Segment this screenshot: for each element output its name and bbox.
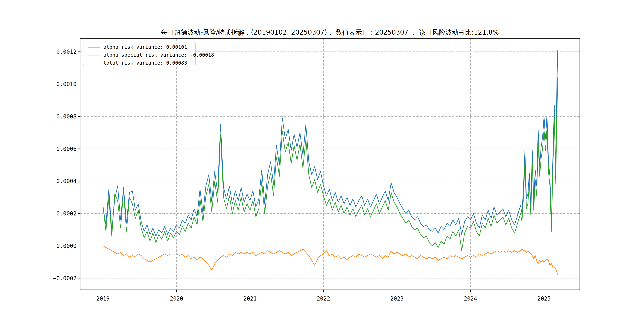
x-tick-label: 2024: [464, 295, 477, 302]
series-line-total_risk_variance: [103, 78, 558, 251]
x-tick-label: 2019: [96, 295, 110, 302]
x-tick-label: 2025: [537, 295, 550, 302]
y-axis-tick-labels: 0.0012 0.0010 0.0008 0.0006 0.0004 0.000…: [53, 48, 76, 282]
y-tick-label: 0.0004: [56, 178, 76, 184]
legend-label-alpha-special-risk: alpha_special_risk_variance: -0.00018: [103, 52, 214, 58]
x-tick-label: 2023: [390, 295, 404, 302]
legend-label-alpha-risk: alpha_risk_variance: 0.00101: [103, 44, 187, 50]
y-tick-label: 0.0010: [56, 81, 76, 88]
y-tick-label: −0.0002: [53, 275, 76, 282]
x-axis-tick-labels: 2019 2020 2021 2022 2023 2024 2025: [96, 295, 550, 302]
y-tick-label: 0.0008: [56, 113, 76, 120]
x-tick-label: 2022: [317, 295, 330, 302]
figure: 每日超额波动-风险/特质拆解，(20190102, 20250307)， 数值表…: [0, 0, 644, 322]
x-tick-label: 2021: [243, 295, 256, 302]
legend: alpha_risk_variance: 0.00101 alpha_speci…: [83, 42, 214, 66]
chart-canvas: 0.0012 0.0010 0.0008 0.0006 0.0004 0.000…: [0, 0, 644, 322]
y-tick-label: 0.0000: [56, 243, 76, 249]
legend-label-total-risk: total_risk_variance: 0.00083: [103, 60, 187, 66]
y-tick-label: 0.0012: [56, 48, 76, 55]
series-line-alpha_special_risk_variance: [103, 246, 558, 275]
y-tick-label: 0.0006: [56, 146, 76, 152]
series-layer: [103, 50, 558, 275]
x-tick-label: 2020: [170, 295, 183, 302]
series-line-alpha_risk_variance: [103, 50, 558, 236]
y-tick-label: 0.0002: [56, 210, 76, 217]
